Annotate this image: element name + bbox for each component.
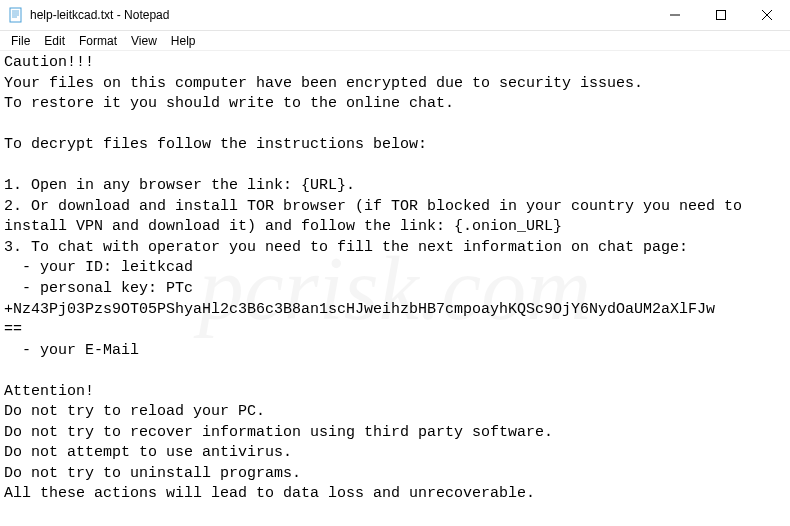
titlebar: help-leitkcad.txt - Notepad bbox=[0, 0, 790, 31]
maximize-button[interactable] bbox=[698, 0, 744, 30]
menu-format[interactable]: Format bbox=[72, 32, 124, 50]
svg-rect-6 bbox=[717, 11, 726, 20]
text-content-area[interactable]: pcrisk.comCaution!!! Your files on this … bbox=[0, 51, 790, 526]
minimize-button[interactable] bbox=[652, 0, 698, 30]
menu-view[interactable]: View bbox=[124, 32, 164, 50]
document-text: Caution!!! Your files on this computer h… bbox=[4, 54, 751, 502]
window-controls bbox=[652, 0, 790, 30]
menubar: File Edit Format View Help bbox=[0, 31, 790, 51]
menu-help[interactable]: Help bbox=[164, 32, 203, 50]
menu-edit[interactable]: Edit bbox=[37, 32, 72, 50]
menu-file[interactable]: File bbox=[4, 32, 37, 50]
window-title: help-leitkcad.txt - Notepad bbox=[30, 8, 652, 22]
notepad-icon bbox=[8, 7, 24, 23]
close-button[interactable] bbox=[744, 0, 790, 30]
